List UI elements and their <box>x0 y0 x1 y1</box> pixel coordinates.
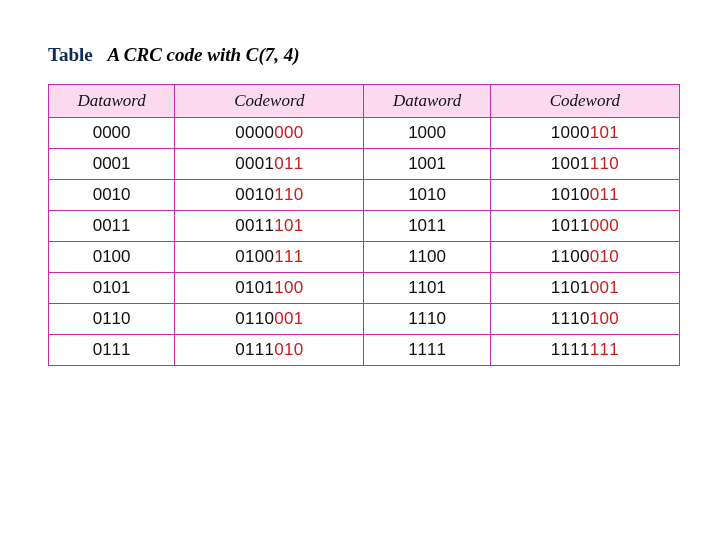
cell-dataword: 0010 <box>49 180 175 211</box>
cell-codeword: 1010011 <box>490 180 679 211</box>
cell-dataword: 0111 <box>49 335 175 366</box>
cell-codeword: 1001110 <box>490 149 679 180</box>
table-row: 0010001011010101010011 <box>49 180 680 211</box>
table-row: 0100010011111001100010 <box>49 242 680 273</box>
cell-dataword: 1110 <box>364 304 490 335</box>
table-header-row: Dataword Codeword Dataword Codeword <box>49 85 680 118</box>
cell-dataword: 1100 <box>364 242 490 273</box>
caption-label: Table <box>48 44 93 65</box>
header-dataword-2: Dataword <box>364 85 490 118</box>
cell-codeword: 0111010 <box>175 335 364 366</box>
crc-table: Dataword Codeword Dataword Codeword 0000… <box>48 84 680 366</box>
cell-dataword: 1010 <box>364 180 490 211</box>
cell-dataword: 0110 <box>49 304 175 335</box>
table-row: 0001000101110011001110 <box>49 149 680 180</box>
cell-dataword: 1101 <box>364 273 490 304</box>
table-caption: Table A CRC code with C(7, 4) <box>48 44 680 66</box>
cell-dataword: 1000 <box>364 118 490 149</box>
cell-dataword: 1111 <box>364 335 490 366</box>
cell-codeword: 1000101 <box>490 118 679 149</box>
cell-codeword: 0001011 <box>175 149 364 180</box>
cell-codeword: 0101100 <box>175 273 364 304</box>
cell-dataword: 0000 <box>49 118 175 149</box>
cell-dataword: 0100 <box>49 242 175 273</box>
cell-codeword: 1011000 <box>490 211 679 242</box>
header-codeword-1: Codeword <box>175 85 364 118</box>
table-row: 0101010110011011101001 <box>49 273 680 304</box>
cell-codeword: 1100010 <box>490 242 679 273</box>
table-row: 0000000000010001000101 <box>49 118 680 149</box>
cell-codeword: 0100111 <box>175 242 364 273</box>
table-row: 0110011000111101110100 <box>49 304 680 335</box>
cell-codeword: 0011101 <box>175 211 364 242</box>
cell-dataword: 0011 <box>49 211 175 242</box>
cell-codeword: 1101001 <box>490 273 679 304</box>
header-codeword-2: Codeword <box>490 85 679 118</box>
cell-dataword: 1011 <box>364 211 490 242</box>
cell-dataword: 0001 <box>49 149 175 180</box>
table-row: 0011001110110111011000 <box>49 211 680 242</box>
cell-codeword: 1111111 <box>490 335 679 366</box>
caption-title: A CRC code with C(7, 4) <box>107 44 299 65</box>
cell-dataword: 0101 <box>49 273 175 304</box>
header-dataword-1: Dataword <box>49 85 175 118</box>
cell-dataword: 1001 <box>364 149 490 180</box>
cell-codeword: 0110001 <box>175 304 364 335</box>
table-row: 0111011101011111111111 <box>49 335 680 366</box>
cell-codeword: 1110100 <box>490 304 679 335</box>
cell-codeword: 0010110 <box>175 180 364 211</box>
cell-codeword: 0000000 <box>175 118 364 149</box>
